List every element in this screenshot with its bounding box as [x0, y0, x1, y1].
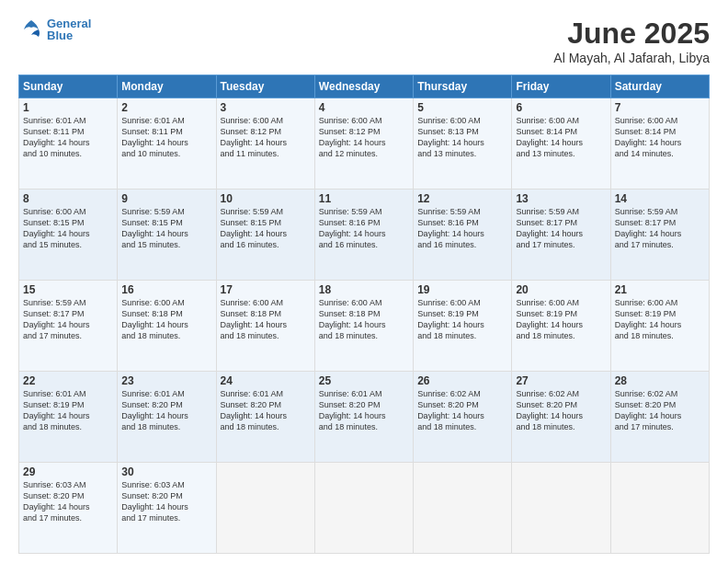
- calendar-cell: 16Sunrise: 6:00 AM Sunset: 8:18 PM Dayli…: [118, 281, 216, 372]
- day-info: Sunrise: 6:00 AM Sunset: 8:18 PM Dayligh…: [221, 297, 311, 342]
- day-number: 2: [121, 101, 211, 114]
- day-number: 17: [221, 283, 311, 296]
- calendar-cell: [216, 463, 314, 554]
- calendar-cell: 8Sunrise: 6:00 AM Sunset: 8:15 PM Daylig…: [19, 190, 118, 281]
- calendar-cell: 1Sunrise: 6:01 AM Sunset: 8:11 PM Daylig…: [19, 98, 118, 190]
- calendar-cell: [610, 463, 709, 554]
- calendar-cell: 18Sunrise: 6:00 AM Sunset: 8:18 PM Dayli…: [314, 281, 413, 372]
- calendar-cell: 20Sunrise: 6:00 AM Sunset: 8:19 PM Dayli…: [512, 281, 610, 372]
- day-number: 9: [121, 192, 211, 205]
- calendar-cell: 26Sunrise: 6:02 AM Sunset: 8:20 PM Dayli…: [414, 372, 512, 463]
- page: General Blue June 2025 Al Mayah, Al Jafa…: [0, 0, 728, 563]
- day-info: Sunrise: 6:02 AM Sunset: 8:20 PM Dayligh…: [417, 388, 507, 433]
- day-number: 4: [319, 101, 409, 114]
- week-row-1: 1Sunrise: 6:01 AM Sunset: 8:11 PM Daylig…: [19, 98, 710, 190]
- calendar-cell: 10Sunrise: 5:59 AM Sunset: 8:15 PM Dayli…: [216, 190, 314, 281]
- calendar-cell: 25Sunrise: 6:01 AM Sunset: 8:20 PM Dayli…: [314, 372, 413, 463]
- location: Al Mayah, Al Jafarah, Libya: [553, 51, 710, 65]
- day-number: 28: [615, 374, 705, 387]
- day-number: 10: [221, 192, 311, 205]
- day-info: Sunrise: 5:59 AM Sunset: 8:15 PM Dayligh…: [121, 206, 211, 251]
- day-info: Sunrise: 6:01 AM Sunset: 8:20 PM Dayligh…: [121, 388, 211, 433]
- day-info: Sunrise: 5:59 AM Sunset: 8:15 PM Dayligh…: [221, 206, 311, 251]
- calendar-cell: 19Sunrise: 6:00 AM Sunset: 8:19 PM Dayli…: [414, 281, 512, 372]
- calendar-table: SundayMondayTuesdayWednesdayThursdayFrid…: [18, 75, 710, 554]
- day-info: Sunrise: 5:59 AM Sunset: 8:17 PM Dayligh…: [516, 206, 606, 251]
- week-row-4: 22Sunrise: 6:01 AM Sunset: 8:19 PM Dayli…: [19, 372, 710, 463]
- day-number: 14: [615, 192, 705, 205]
- calendar-cell: 12Sunrise: 5:59 AM Sunset: 8:16 PM Dayli…: [414, 190, 512, 281]
- calendar-cell: 22Sunrise: 6:01 AM Sunset: 8:19 PM Dayli…: [19, 372, 118, 463]
- day-info: Sunrise: 6:00 AM Sunset: 8:18 PM Dayligh…: [319, 297, 409, 342]
- calendar-cell: 24Sunrise: 6:01 AM Sunset: 8:20 PM Dayli…: [216, 372, 314, 463]
- title-block: June 2025 Al Mayah, Al Jafarah, Libya: [553, 17, 710, 65]
- col-header-tuesday: Tuesday: [216, 75, 314, 98]
- calendar-cell: 28Sunrise: 6:02 AM Sunset: 8:20 PM Dayli…: [610, 372, 709, 463]
- calendar-cell: 7Sunrise: 6:00 AM Sunset: 8:14 PM Daylig…: [610, 98, 709, 190]
- calendar-cell: 29Sunrise: 6:03 AM Sunset: 8:20 PM Dayli…: [19, 463, 118, 554]
- day-number: 15: [23, 283, 113, 296]
- day-info: Sunrise: 6:00 AM Sunset: 8:14 PM Dayligh…: [516, 115, 606, 160]
- day-info: Sunrise: 6:00 AM Sunset: 8:19 PM Dayligh…: [615, 297, 705, 342]
- calendar-cell: 9Sunrise: 5:59 AM Sunset: 8:15 PM Daylig…: [118, 190, 216, 281]
- day-number: 11: [319, 192, 409, 205]
- day-number: 8: [23, 192, 113, 205]
- calendar-cell: 30Sunrise: 6:03 AM Sunset: 8:20 PM Dayli…: [118, 463, 216, 554]
- header: General Blue June 2025 Al Mayah, Al Jafa…: [18, 17, 710, 65]
- calendar-cell: 17Sunrise: 6:00 AM Sunset: 8:18 PM Dayli…: [216, 281, 314, 372]
- logo-line2: Blue: [47, 29, 91, 41]
- calendar-cell: 14Sunrise: 5:59 AM Sunset: 8:17 PM Dayli…: [610, 190, 709, 281]
- calendar-cell: [314, 463, 413, 554]
- calendar-cell: 5Sunrise: 6:00 AM Sunset: 8:13 PM Daylig…: [414, 98, 512, 190]
- week-row-5: 29Sunrise: 6:03 AM Sunset: 8:20 PM Dayli…: [19, 463, 710, 554]
- day-info: Sunrise: 6:03 AM Sunset: 8:20 PM Dayligh…: [23, 479, 113, 524]
- day-number: 30: [121, 465, 211, 478]
- day-info: Sunrise: 6:00 AM Sunset: 8:15 PM Dayligh…: [23, 206, 113, 251]
- col-header-sunday: Sunday: [19, 75, 118, 98]
- day-number: 22: [23, 374, 113, 387]
- day-info: Sunrise: 6:01 AM Sunset: 8:19 PM Dayligh…: [23, 388, 113, 433]
- day-info: Sunrise: 6:02 AM Sunset: 8:20 PM Dayligh…: [615, 388, 705, 433]
- month-title: June 2025: [553, 17, 710, 51]
- day-number: 29: [23, 465, 113, 478]
- day-info: Sunrise: 6:01 AM Sunset: 8:20 PM Dayligh…: [319, 388, 409, 433]
- day-info: Sunrise: 6:01 AM Sunset: 8:11 PM Dayligh…: [121, 115, 211, 160]
- calendar-cell: 27Sunrise: 6:02 AM Sunset: 8:20 PM Dayli…: [512, 372, 610, 463]
- day-info: Sunrise: 5:59 AM Sunset: 8:17 PM Dayligh…: [615, 206, 705, 251]
- day-info: Sunrise: 6:02 AM Sunset: 8:20 PM Dayligh…: [516, 388, 606, 433]
- day-number: 19: [417, 283, 507, 296]
- day-number: 6: [516, 101, 606, 114]
- day-number: 5: [417, 101, 507, 114]
- col-header-friday: Friday: [512, 75, 610, 98]
- calendar-cell: 15Sunrise: 5:59 AM Sunset: 8:17 PM Dayli…: [19, 281, 118, 372]
- col-header-monday: Monday: [118, 75, 216, 98]
- day-info: Sunrise: 5:59 AM Sunset: 8:17 PM Dayligh…: [23, 297, 113, 342]
- calendar-cell: [512, 463, 610, 554]
- calendar-cell: 11Sunrise: 5:59 AM Sunset: 8:16 PM Dayli…: [314, 190, 413, 281]
- logo-bird-icon: [18, 17, 44, 42]
- day-info: Sunrise: 6:00 AM Sunset: 8:19 PM Dayligh…: [516, 297, 606, 342]
- col-header-thursday: Thursday: [414, 75, 512, 98]
- day-number: 24: [221, 374, 311, 387]
- calendar-cell: 4Sunrise: 6:00 AM Sunset: 8:12 PM Daylig…: [314, 98, 413, 190]
- col-header-wednesday: Wednesday: [314, 75, 413, 98]
- day-number: 7: [615, 101, 705, 114]
- day-info: Sunrise: 5:59 AM Sunset: 8:16 PM Dayligh…: [319, 206, 409, 251]
- day-number: 20: [516, 283, 606, 296]
- week-row-3: 15Sunrise: 5:59 AM Sunset: 8:17 PM Dayli…: [19, 281, 710, 372]
- day-info: Sunrise: 6:00 AM Sunset: 8:12 PM Dayligh…: [319, 115, 409, 160]
- day-info: Sunrise: 6:03 AM Sunset: 8:20 PM Dayligh…: [121, 479, 211, 524]
- day-info: Sunrise: 5:59 AM Sunset: 8:16 PM Dayligh…: [417, 206, 507, 251]
- week-row-2: 8Sunrise: 6:00 AM Sunset: 8:15 PM Daylig…: [19, 190, 710, 281]
- calendar-header-row: SundayMondayTuesdayWednesdayThursdayFrid…: [19, 75, 710, 98]
- day-number: 3: [221, 101, 311, 114]
- day-number: 1: [23, 101, 113, 114]
- day-number: 18: [319, 283, 409, 296]
- day-number: 23: [121, 374, 211, 387]
- calendar-cell: 6Sunrise: 6:00 AM Sunset: 8:14 PM Daylig…: [512, 98, 610, 190]
- day-info: Sunrise: 6:00 AM Sunset: 8:12 PM Dayligh…: [221, 115, 311, 160]
- day-number: 12: [417, 192, 507, 205]
- day-number: 21: [615, 283, 705, 296]
- day-info: Sunrise: 6:00 AM Sunset: 8:13 PM Dayligh…: [417, 115, 507, 160]
- day-info: Sunrise: 6:00 AM Sunset: 8:14 PM Dayligh…: [615, 115, 705, 160]
